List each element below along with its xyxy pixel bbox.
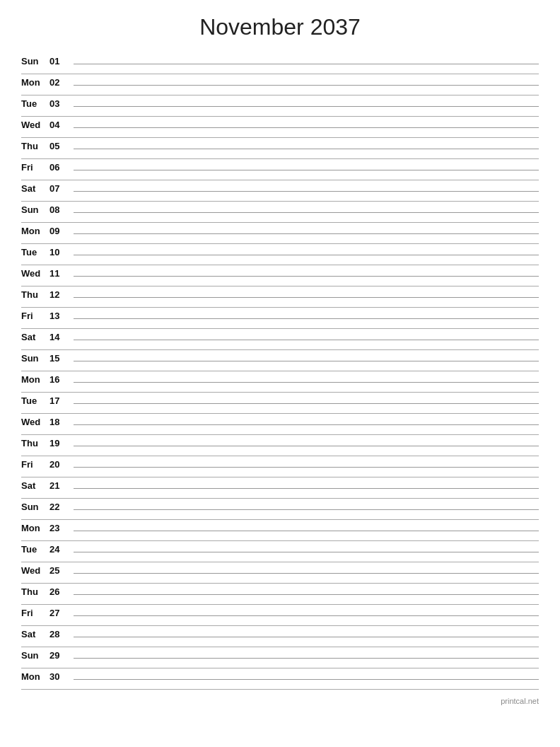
day-name: Sat [21,629,49,639]
day-number: 29 [49,650,71,661]
day-line [74,212,539,213]
day-name: Wed [21,417,49,427]
calendar-row: Tue17 [21,393,539,414]
day-line [74,615,539,616]
calendar-row: Sat07 [21,180,539,202]
day-name: Sun [21,56,49,66]
day-name: Mon [21,226,49,236]
day-number: 21 [49,480,71,491]
day-name: Fri [21,311,49,321]
calendar-row: Tue10 [21,244,539,265]
day-name: Sat [21,183,49,194]
day-name: Wed [21,565,49,576]
calendar-row: Sun22 [21,499,539,520]
calendar-row: Wed04 [21,117,539,138]
day-name: Thu [21,438,49,448]
day-number: 01 [49,56,71,66]
day-number: 08 [49,204,71,215]
day-number: 04 [49,120,71,130]
day-name: Sat [21,332,49,342]
day-line [74,382,539,383]
day-name: Sun [21,650,49,661]
day-line [74,85,539,86]
day-number: 18 [49,417,71,427]
day-line [74,361,539,361]
day-line [74,467,539,468]
calendar-row: Mon02 [21,74,539,95]
day-name: Tue [21,395,49,406]
day-line [74,191,539,192]
day-name: Sun [21,353,49,364]
day-number: 03 [49,98,71,109]
calendar-row: Sun15 [21,350,539,371]
day-name: Sun [21,502,49,512]
day-line [74,594,539,595]
day-line [74,106,539,107]
day-line [74,637,539,637]
calendar-row: Wed18 [21,414,539,435]
calendar-row: Wed11 [21,265,539,286]
day-name: Fri [21,459,49,470]
day-name: Mon [21,374,49,385]
day-line [74,446,539,446]
calendar-container: Sun01Mon02Tue03Wed04Thu05Fri06Sat07Sun08… [21,53,539,690]
day-number: 26 [49,586,71,597]
calendar-row: Tue24 [21,541,539,562]
day-line [74,318,539,319]
page-title: November 2037 [21,14,539,40]
day-line [74,170,539,170]
day-name: Thu [21,586,49,597]
day-line [74,276,539,277]
day-number: 28 [49,629,71,639]
day-number: 22 [49,502,71,512]
day-line [74,658,539,659]
day-number: 17 [49,395,71,406]
day-name: Wed [21,120,49,130]
day-name: Mon [21,77,49,88]
calendar-row: Fri20 [21,456,539,477]
day-name: Tue [21,544,49,555]
day-number: 16 [49,374,71,385]
day-number: 25 [49,565,71,576]
day-line [74,552,539,552]
day-name: Thu [21,141,49,151]
day-number: 13 [49,311,71,321]
day-name: Fri [21,608,49,618]
calendar-row: Sun29 [21,647,539,668]
day-number: 23 [49,523,71,533]
footer-credit: printcal.net [21,697,539,705]
day-number: 02 [49,77,71,88]
calendar-row: Tue03 [21,95,539,117]
day-line [74,531,539,531]
calendar-row: Thu05 [21,138,539,159]
calendar-row: Mon30 [21,668,539,690]
calendar-row: Mon09 [21,223,539,244]
day-number: 11 [49,268,71,279]
day-number: 05 [49,141,71,151]
calendar-row: Sun08 [21,202,539,223]
day-line [74,340,539,340]
calendar-row: Sun01 [21,53,539,74]
calendar-row: Wed25 [21,562,539,584]
day-line [74,679,539,680]
day-name: Tue [21,247,49,257]
day-name: Wed [21,268,49,279]
calendar-row: Thu26 [21,584,539,605]
day-line [74,297,539,298]
calendar-row: Fri06 [21,159,539,180]
day-number: 24 [49,544,71,555]
day-line [74,573,539,574]
calendar-row: Sat28 [21,626,539,647]
day-line [74,255,539,255]
day-number: 07 [49,183,71,194]
day-line [74,403,539,404]
day-line [74,149,539,149]
calendar-row: Sat14 [21,329,539,350]
day-line [74,127,539,128]
calendar-row: Fri27 [21,605,539,626]
calendar-row: Mon16 [21,371,539,393]
day-line [74,64,539,64]
day-number: 20 [49,459,71,470]
calendar-row: Fri13 [21,308,539,329]
day-number: 06 [49,162,71,173]
